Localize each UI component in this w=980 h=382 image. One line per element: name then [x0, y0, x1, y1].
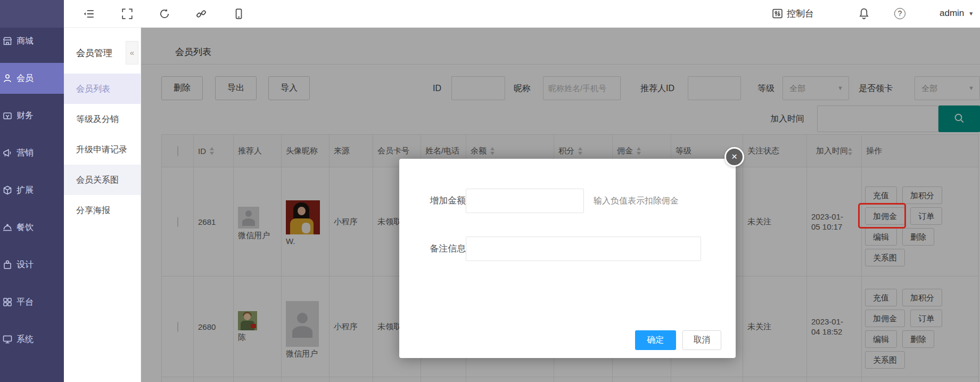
submenu-item-member-list[interactable]: 会员列表	[64, 74, 141, 104]
design-icon	[2, 259, 13, 270]
collapse-menu-icon[interactable]	[83, 8, 96, 20]
sidebar-item-label: 商城	[17, 36, 34, 47]
sidebar-item-label: 系统	[17, 334, 34, 345]
sidebar-item-platform[interactable]: 平台	[0, 287, 64, 318]
remark-input[interactable]	[466, 237, 701, 261]
dining-icon	[2, 222, 13, 233]
username: admin	[940, 8, 964, 19]
mobile-icon[interactable]	[233, 8, 245, 20]
sidebar-item-label: 财务	[17, 110, 34, 121]
refresh-icon[interactable]	[159, 8, 171, 20]
sidebar-item-label: 会员	[17, 73, 34, 84]
sidebar-item-label: 扩展	[17, 185, 34, 196]
sidebar-item-system[interactable]: 系统	[0, 324, 64, 355]
submenu-title: 会员管理	[76, 47, 112, 59]
console-icon	[772, 8, 783, 19]
logo-block	[0, 0, 64, 28]
amount-hint: 输入负值表示扣除佣金	[594, 189, 679, 213]
sidebar-item-dining[interactable]: 餐饮	[0, 212, 64, 243]
remark-label: 备注信息:	[410, 237, 468, 261]
finance-icon	[2, 110, 13, 121]
submenu-item-relation-graph[interactable]: 会员关系图	[64, 165, 141, 195]
help-icon[interactable]: ?	[894, 8, 905, 19]
user-menu[interactable]: admin ▼	[940, 8, 974, 19]
sidebar-item-finance[interactable]: 财务	[0, 100, 64, 131]
sidebar-item-member[interactable]: 会员	[0, 63, 64, 94]
fullscreen-icon[interactable]	[121, 8, 134, 20]
console-label: 控制台	[787, 7, 814, 20]
add-commission-modal: 增加金额: 输入负值表示扣除佣金 备注信息: 确定 取消	[399, 159, 736, 358]
submenu-item-share-poster[interactable]: 分享海报	[64, 195, 141, 225]
sidebar-item-design[interactable]: 设计	[0, 249, 64, 280]
marketing-icon	[2, 148, 13, 158]
submenu-item-upgrade-records[interactable]: 升级申请记录	[64, 134, 141, 165]
system-icon	[2, 334, 13, 345]
submenu-item-level-distribution[interactable]: 等级及分销	[64, 104, 141, 134]
store-icon	[2, 36, 13, 46]
confirm-button[interactable]: 确定	[635, 330, 676, 350]
extension-icon	[2, 185, 13, 196]
close-icon[interactable]: ×	[724, 147, 744, 167]
caret-down-icon: ▼	[968, 11, 974, 17]
sidebar-item-marketing[interactable]: 营销	[0, 137, 64, 168]
amount-label: 增加金额:	[410, 189, 468, 213]
submenu-panel: 会员管理 « 会员列表 等级及分销 升级申请记录 会员关系图 分享海报	[64, 28, 141, 382]
sidebar: 商城 会员 财务 营销 扩展 餐饮 设计 平台	[0, 28, 64, 382]
sidebar-item-extension[interactable]: 扩展	[0, 175, 64, 206]
sidebar-item-label: 餐饮	[17, 222, 34, 233]
console-link[interactable]: 控制台	[772, 7, 814, 20]
member-icon	[2, 73, 13, 84]
sidebar-item-mall[interactable]: 商城	[0, 26, 64, 56]
amount-input[interactable]	[466, 189, 584, 213]
link-icon[interactable]	[195, 8, 208, 20]
submenu-collapse-button[interactable]: «	[126, 41, 138, 64]
app-screen: 控制台 ? admin ▼ 商城 会员 财务 营销 扩展	[0, 0, 980, 382]
cancel-button[interactable]: 取消	[682, 330, 721, 350]
notification-bell-icon[interactable]	[858, 7, 870, 22]
platform-icon	[2, 297, 13, 307]
topbar: 控制台 ? admin ▼	[64, 0, 980, 28]
sidebar-item-label: 营销	[17, 148, 34, 159]
sidebar-item-label: 设计	[17, 259, 34, 271]
sidebar-item-label: 平台	[17, 297, 34, 308]
